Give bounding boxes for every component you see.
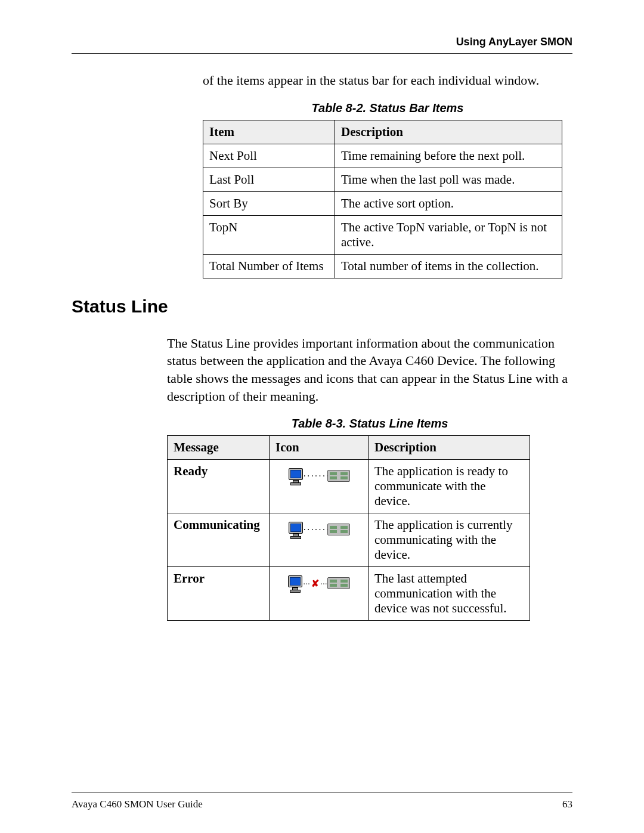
cell-description: The application is ready to communicate …	[369, 460, 530, 513]
table-row: TopN The active TopN variable, or TopN i…	[203, 215, 562, 254]
switch-icon	[327, 470, 350, 482]
cell-message: Error	[168, 567, 270, 621]
x-icon: ✘	[311, 578, 319, 589]
computer-icon	[288, 521, 304, 538]
content-indent: The Status Line provides important infor…	[167, 335, 572, 621]
cell: Last Poll	[203, 168, 335, 191]
cell: TopN	[203, 215, 335, 254]
table-8-2: Item Description Next Poll Time remainin…	[203, 120, 562, 278]
cell-icon: ········	[270, 460, 369, 513]
dots-icon: ········	[304, 471, 327, 481]
footer-rule	[72, 792, 572, 792]
column-header-description: Description	[369, 436, 530, 460]
column-header-item: Item	[203, 120, 335, 144]
cell-description: The application is currently communicati…	[369, 513, 530, 567]
content-indent: of the items appear in the status bar fo…	[203, 72, 572, 278]
section-heading-status-line: Status Line	[72, 296, 572, 317]
switch-icon	[327, 577, 350, 589]
table-row: Ready ········ Th	[168, 460, 530, 513]
cell: Sort By	[203, 191, 335, 215]
document-page: Using AnyLayer SMON of the items appear …	[0, 0, 644, 833]
switch-icon	[327, 524, 350, 535]
column-header-description: Description	[335, 120, 562, 144]
header-rule	[72, 53, 572, 54]
table-row: Message Icon Description	[168, 436, 530, 460]
cell: The active sort option.	[335, 191, 562, 215]
cell: Total Number of Items	[203, 254, 335, 278]
status-error-icon: ··· ✘ ···	[275, 571, 362, 595]
status-ready-icon: ········	[275, 464, 362, 488]
cell: The active TopN variable, or TopN is not…	[335, 215, 562, 254]
cell-description: The last attempted communication with th…	[369, 567, 530, 621]
column-header-message: Message	[168, 436, 270, 460]
page-footer: Avaya C460 SMON User Guide 63	[72, 798, 572, 810]
intro-continuation: of the items appear in the status bar fo…	[203, 72, 572, 89]
cell: Time when the last poll was made.	[335, 168, 562, 191]
table-8-3-caption: Table 8-3. Status Line Items	[167, 417, 572, 431]
cell: Time remaining before the next poll.	[335, 144, 562, 168]
computer-icon	[288, 467, 304, 484]
column-header-icon: Icon	[270, 436, 369, 460]
cell-icon: ········	[270, 513, 369, 567]
page-number: 63	[562, 798, 572, 810]
running-head: Using AnyLayer SMON	[72, 36, 572, 48]
table-row: Communicating ········	[168, 513, 530, 567]
table-8-3: Message Icon Description Ready ·····	[167, 435, 530, 621]
table-row: Total Number of Items Total number of it…	[203, 254, 562, 278]
dots-right: ···	[320, 578, 327, 588]
table-row: Last Poll Time when the last poll was ma…	[203, 168, 562, 191]
cell: Total number of items in the collection.	[335, 254, 562, 278]
table-row: Item Description	[203, 120, 562, 144]
status-communicating-icon: ········	[275, 518, 362, 541]
table-8-2-caption: Table 8-2. Status Bar Items	[203, 101, 572, 115]
cell-message: Communicating	[168, 513, 270, 567]
dots-icon: ········	[304, 525, 327, 534]
table-row: Next Poll Time remaining before the next…	[203, 144, 562, 168]
footer-doc-title: Avaya C460 SMON User Guide	[72, 798, 203, 810]
status-line-intro: The Status Line provides important infor…	[167, 335, 572, 405]
table-row: Error ··· ✘ ···	[168, 567, 530, 621]
cell-icon: ··· ✘ ···	[270, 567, 369, 621]
dots-error-icon: ··· ✘ ···	[303, 578, 327, 589]
table-row: Sort By The active sort option.	[203, 191, 562, 215]
cell-message: Ready	[168, 460, 270, 513]
cell: Next Poll	[203, 144, 335, 168]
dots-left: ···	[303, 578, 310, 588]
computer-icon	[287, 575, 303, 592]
